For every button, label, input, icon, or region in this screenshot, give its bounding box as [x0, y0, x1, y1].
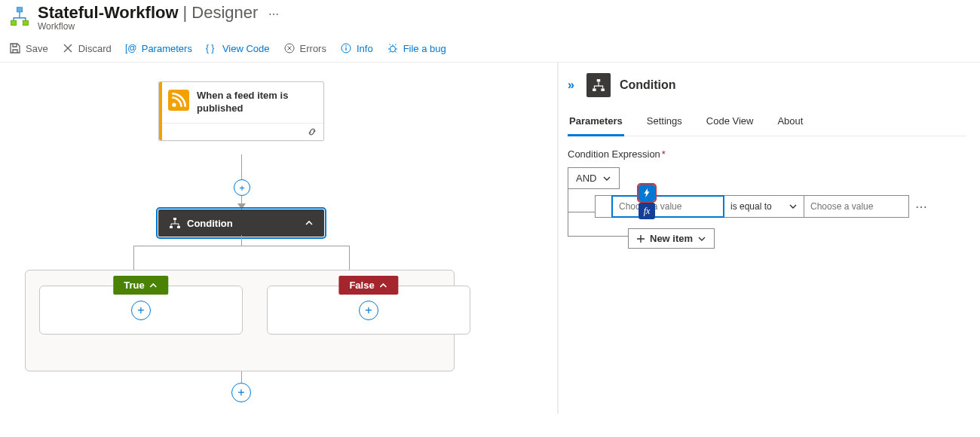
svg-rect-13 — [170, 226, 173, 228]
tree-rail — [568, 236, 628, 237]
plus-icon — [636, 234, 645, 243]
svg-point-7 — [345, 45, 347, 47]
true-branch[interactable]: True + — [39, 286, 243, 335]
braces-icon: { } — [206, 42, 218, 54]
chevron-down-icon — [789, 202, 798, 211]
drag-handle[interactable] — [595, 195, 611, 218]
svg-rect-15 — [597, 79, 601, 81]
designer-canvas[interactable]: When a feed item is published + Conditio… — [0, 63, 558, 414]
view-code-button[interactable]: { } View Code — [206, 42, 270, 54]
condition-expression-label: Condition Expression* — [568, 148, 966, 160]
chevron-down-icon — [602, 174, 611, 183]
connector-line — [241, 371, 242, 383]
condition-node[interactable]: Condition — [158, 209, 324, 237]
dynamic-content-button[interactable] — [639, 185, 655, 201]
more-actions-button[interactable]: ⋯ — [268, 8, 279, 20]
save-icon — [9, 42, 21, 54]
left-value-input[interactable] — [611, 195, 724, 218]
connector-line — [241, 235, 242, 246]
x-icon — [62, 42, 74, 54]
svg-rect-16 — [593, 89, 596, 91]
tab-about[interactable]: About — [776, 111, 804, 136]
true-tag: True — [113, 276, 168, 295]
row-more-button[interactable]: ⋯ — [914, 200, 929, 214]
add-false-step-button[interactable]: + — [359, 301, 378, 320]
svg-point-11 — [172, 103, 176, 107]
condition-label: Condition — [187, 218, 233, 229]
rss-icon — [168, 90, 189, 111]
collapse-panel-button[interactable]: » — [568, 78, 574, 92]
fx-icon: fx — [644, 206, 651, 217]
trigger-node[interactable]: When a feed item is published — [158, 81, 324, 141]
page-title: Stateful-Workflow — [38, 3, 179, 23]
grip-icon — [600, 201, 608, 212]
page-section: Designer — [191, 3, 258, 23]
breadcrumb: Workflow — [38, 21, 279, 32]
svg-rect-0 — [17, 8, 23, 12]
error-icon — [283, 42, 296, 54]
operator-dropdown[interactable]: is equal to — [724, 195, 804, 218]
condition-branches-container: True + False + — [25, 270, 455, 371]
page-header: Stateful-Workflow | Designer ⋯ Workflow — [0, 0, 980, 32]
trigger-title: When a feed item is published — [197, 90, 314, 115]
connector-line — [133, 246, 350, 246]
expression-button[interactable]: fx — [639, 203, 655, 219]
tree-rail — [568, 180, 568, 236]
tree-rail — [568, 212, 595, 212]
panel-tabs: Parameters Settings Code View About — [568, 111, 966, 136]
link-icon[interactable] — [307, 127, 317, 137]
workflow-icon — [9, 6, 30, 27]
toolbar: Save Discard [@] Parameters { } View Cod… — [0, 32, 980, 63]
info-button[interactable]: Info — [340, 42, 373, 54]
discard-button[interactable]: Discard — [62, 42, 112, 54]
parameters-button[interactable]: [@] Parameters — [125, 42, 192, 54]
tab-parameters[interactable]: Parameters — [568, 111, 624, 136]
connector-line — [241, 154, 242, 179]
logic-operator-dropdown[interactable]: AND — [568, 167, 620, 189]
right-value-input[interactable] — [804, 195, 909, 218]
svg-rect-17 — [601, 89, 605, 91]
properties-panel: » Condition Parameters Settings Code Vie… — [558, 63, 980, 414]
svg-text:{ }: { } — [206, 43, 214, 53]
svg-text:[@]: [@] — [125, 43, 137, 53]
svg-point-9 — [390, 46, 395, 52]
connector-line — [349, 246, 350, 270]
svg-rect-1 — [11, 20, 17, 25]
svg-rect-8 — [345, 47, 346, 50]
errors-button[interactable]: Errors — [283, 42, 326, 54]
add-true-step-button[interactable]: + — [131, 301, 151, 320]
chevron-up-icon — [379, 281, 388, 290]
new-item-button[interactable]: New item — [628, 228, 715, 249]
tab-codeview[interactable]: Code View — [705, 111, 755, 136]
connector-line — [133, 246, 134, 270]
condition-panel-icon — [586, 73, 611, 97]
panel-title: Condition — [620, 78, 676, 92]
false-branch[interactable]: False + — [267, 286, 470, 335]
save-button[interactable]: Save — [9, 42, 48, 54]
svg-rect-12 — [173, 218, 176, 220]
token-picker: fx — [639, 185, 655, 219]
trigger-accent — [159, 82, 162, 140]
file-bug-button[interactable]: File a bug — [387, 42, 446, 54]
chevron-up-icon — [149, 281, 158, 290]
condition-row: fx is equal to ⋯ New item — [595, 195, 966, 218]
add-next-step-button[interactable]: + — [231, 383, 251, 402]
svg-rect-2 — [23, 20, 28, 25]
condition-icon — [169, 217, 181, 229]
insert-step-button[interactable]: + — [234, 179, 250, 196]
svg-rect-14 — [177, 226, 180, 228]
false-tag: False — [338, 276, 398, 295]
parameters-icon: [@] — [125, 42, 137, 54]
chevron-up-icon[interactable] — [305, 218, 314, 228]
lightning-icon — [642, 188, 652, 198]
arrow-down-icon — [237, 203, 246, 209]
tab-settings[interactable]: Settings — [645, 111, 684, 136]
bug-icon — [387, 42, 399, 54]
info-icon — [340, 42, 352, 54]
title-separator: | — [183, 3, 188, 23]
chevron-down-icon — [697, 234, 706, 243]
